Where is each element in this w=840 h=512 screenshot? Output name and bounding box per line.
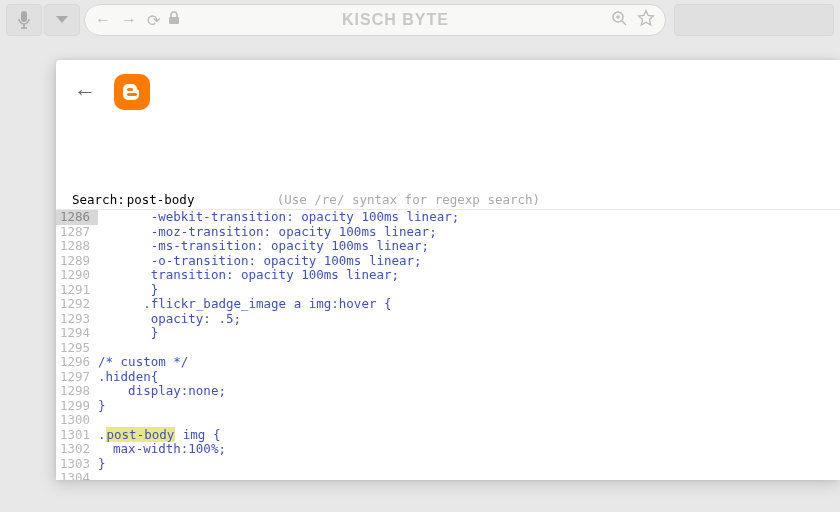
code-line[interactable]: 1302 max-width:100%; <box>56 442 840 457</box>
nav-forward-icon[interactable]: → <box>121 11 137 29</box>
line-number: 1300 <box>56 413 98 428</box>
svg-rect-0 <box>21 11 27 22</box>
code-line[interactable]: 1292 .flickr_badge_image a img:hover { <box>56 297 840 312</box>
code-content: .post-body img { <box>98 428 840 443</box>
code-content: -ms-transition: opacity 100ms linear; <box>98 239 840 254</box>
code-line[interactable]: 1293 opacity: .5; <box>56 312 840 327</box>
code-content: transition: opacity 100ms linear; <box>98 268 840 283</box>
line-number: 1303 <box>56 457 98 472</box>
code-editor[interactable]: 1286 -webkit-transition: opacity 100ms l… <box>56 210 840 480</box>
code-content <box>98 341 840 356</box>
line-number: 1299 <box>56 399 98 414</box>
code-content: /* custom */ <box>98 355 840 370</box>
chevron-down-icon <box>55 15 69 25</box>
code-line[interactable]: 1289 -o-transition: opacity 100ms linear… <box>56 254 840 269</box>
mic-button[interactable] <box>6 4 42 36</box>
line-number: 1290 <box>56 268 98 283</box>
dropdown-button[interactable] <box>44 4 80 36</box>
code-line[interactable]: 1286 -webkit-transition: opacity 100ms l… <box>56 210 840 225</box>
nav-back-icon[interactable]: ← <box>95 11 111 29</box>
code-content: .hidden{ <box>98 370 840 385</box>
search-hint: (Use /re/ syntax for regexp search) <box>277 192 540 207</box>
line-number: 1292 <box>56 297 98 312</box>
code-content <box>98 413 840 428</box>
line-number: 1301 <box>56 428 98 443</box>
reload-icon[interactable]: ⟳ <box>147 11 160 30</box>
code-line[interactable]: 1288 -ms-transition: opacity 100ms linea… <box>56 239 840 254</box>
code-content: -o-transition: opacity 100ms linear; <box>98 254 840 269</box>
code-content: -webkit-transition: opacity 100ms linear… <box>98 210 840 225</box>
line-number: 1289 <box>56 254 98 269</box>
svg-rect-8 <box>127 88 133 91</box>
addr-actions <box>611 9 655 31</box>
code-line[interactable]: 1295 <box>56 341 840 356</box>
code-line[interactable]: 1299} <box>56 399 840 414</box>
star-icon[interactable] <box>637 9 655 31</box>
code-line[interactable]: 1300 <box>56 413 840 428</box>
code-content: } <box>98 399 840 414</box>
nav-controls: ← → ⟳ <box>95 11 160 30</box>
svg-rect-3 <box>169 17 179 24</box>
mic-icon <box>17 10 31 30</box>
code-line[interactable]: 1296/* custom */ <box>56 355 840 370</box>
code-content: } <box>98 457 840 472</box>
code-line[interactable]: 1303} <box>56 457 840 472</box>
code-line[interactable]: 1291 } <box>56 283 840 298</box>
blogger-logo[interactable] <box>114 74 150 110</box>
toolbar-right-panel <box>674 4 834 36</box>
address-bar[interactable]: ← → ⟳ KISCH BYTE <box>84 4 666 36</box>
code-content: max-width:100%; <box>98 442 840 457</box>
code-line[interactable]: 1287 -moz-transition: opacity 100ms line… <box>56 225 840 240</box>
search-bar: Search: (Use /re/ syntax for regexp sear… <box>56 192 840 210</box>
code-content <box>98 471 840 480</box>
line-number: 1287 <box>56 225 98 240</box>
line-number: 1288 <box>56 239 98 254</box>
search-label: Search: <box>72 192 125 207</box>
line-number: 1291 <box>56 283 98 298</box>
code-content: .flickr_badge_image a img:hover { <box>98 297 840 312</box>
back-arrow-icon[interactable]: ← <box>74 79 96 105</box>
line-number: 1293 <box>56 312 98 327</box>
line-number: 1298 <box>56 384 98 399</box>
code-line[interactable]: 1297.hidden{ <box>56 370 840 385</box>
code-line[interactable]: 1294 } <box>56 326 840 341</box>
blogger-logo-icon <box>120 80 144 104</box>
page-title: KISCH BYTE <box>188 11 603 29</box>
code-line[interactable]: 1304 <box>56 471 840 480</box>
browser-toolbar: ← → ⟳ KISCH BYTE <box>0 0 840 40</box>
svg-line-5 <box>622 21 626 25</box>
search-match-highlight: post-body <box>106 427 176 442</box>
content-header: ← <box>56 60 840 124</box>
code-content: opacity: .5; <box>98 312 840 327</box>
svg-rect-9 <box>127 93 137 96</box>
line-number: 1297 <box>56 370 98 385</box>
code-content: -moz-transition: opacity 100ms linear; <box>98 225 840 240</box>
code-line[interactable]: 1301.post-body img { <box>56 428 840 443</box>
line-number: 1294 <box>56 326 98 341</box>
code-line[interactable]: 1298 display:none; <box>56 384 840 399</box>
line-number: 1286 <box>56 210 98 225</box>
code-content: } <box>98 283 840 298</box>
content-window: ← Search: (Use /re/ syntax for regexp se… <box>56 60 840 480</box>
line-number: 1295 <box>56 341 98 356</box>
search-input[interactable] <box>127 192 247 207</box>
line-number: 1304 <box>56 471 98 480</box>
code-line[interactable]: 1290 transition: opacity 100ms linear; <box>56 268 840 283</box>
line-number: 1296 <box>56 355 98 370</box>
code-content: display:none; <box>98 384 840 399</box>
line-number: 1302 <box>56 442 98 457</box>
zoom-in-icon[interactable] <box>611 10 627 30</box>
code-content: } <box>98 326 840 341</box>
lock-icon <box>168 11 180 29</box>
